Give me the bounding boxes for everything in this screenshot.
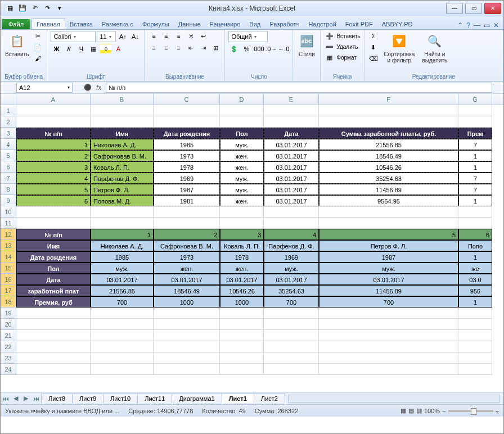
cell[interactable] (154, 319, 220, 330)
table-cell[interactable]: 9564.95 (319, 195, 458, 206)
view-layout-icon[interactable]: ▤ (408, 407, 414, 414)
underline-button[interactable]: Ч (75, 44, 87, 54)
sort-filter-button[interactable]: 🔽 Сортировка и фильтр (381, 31, 417, 65)
table-cell[interactable]: 03.01.2017 (264, 161, 319, 173)
clear-button[interactable]: ⌫ (368, 53, 379, 64)
next-sheet-button[interactable]: ▶ (21, 395, 31, 402)
table-cell[interactable]: 1985 (154, 139, 220, 150)
align-top-button[interactable]: ≡ (148, 31, 159, 41)
table-cell[interactable]: 700 (264, 296, 319, 308)
cell[interactable] (319, 352, 458, 364)
cell[interactable] (319, 330, 458, 341)
tab-foxit[interactable]: Foxit PDF (341, 19, 377, 29)
window-close-icon[interactable]: ✕ (493, 21, 499, 29)
currency-button[interactable]: 💲 (228, 44, 240, 54)
wrap-text-button[interactable]: ↩ (197, 31, 209, 41)
table-cell[interactable]: Коваль Л. П. (220, 240, 264, 251)
sheet-tab[interactable]: Лист10 (103, 394, 138, 403)
cell[interactable] (458, 364, 492, 375)
cell[interactable] (91, 218, 154, 229)
cell[interactable] (91, 341, 154, 352)
table-cell[interactable]: 7 (458, 173, 492, 184)
table-cell[interactable]: 03.01.2017 (91, 274, 154, 285)
cell[interactable] (264, 105, 319, 116)
table-cell[interactable]: 1973 (154, 251, 220, 263)
first-sheet-button[interactable]: ⏮ (1, 395, 11, 402)
undo-button[interactable]: ↶ (30, 3, 40, 13)
col-header[interactable]: C (154, 94, 220, 105)
cell[interactable] (91, 105, 154, 116)
table-cell[interactable]: 03.01.2017 (264, 184, 319, 195)
tab-formulas[interactable]: Формулы (138, 19, 174, 29)
table-cell[interactable]: 35254.63 (264, 285, 319, 296)
cell[interactable] (154, 218, 220, 229)
cell[interactable] (154, 341, 220, 352)
row-header[interactable]: 6 (1, 161, 16, 173)
table-cell[interactable]: Николаев А. Д. (91, 240, 154, 251)
table-cell[interactable]: муж. (220, 173, 264, 184)
select-all-corner[interactable] (1, 94, 16, 105)
cell[interactable] (91, 352, 154, 364)
row-header[interactable]: 17 (1, 285, 16, 296)
format-cells-button[interactable]: ▦ (324, 52, 335, 62)
cell[interactable] (16, 352, 91, 364)
table-cell[interactable]: 11456.89 (319, 285, 458, 296)
col-header[interactable]: G (458, 94, 492, 105)
col-header[interactable]: B (91, 94, 154, 105)
table-cell[interactable]: 1 (458, 296, 492, 308)
table-header[interactable]: Прем (458, 128, 492, 139)
tab-review[interactable]: Рецензиро (205, 19, 245, 29)
cell[interactable] (264, 319, 319, 330)
table-cell[interactable]: 11456.89 (319, 184, 458, 195)
table-cell[interactable]: 03.01.2017 (264, 173, 319, 184)
table-cell[interactable]: 1987 (154, 184, 220, 195)
table-cell[interactable]: 18546.49 (319, 150, 458, 161)
tab-layout[interactable]: Разметка с (97, 19, 138, 29)
table-cell[interactable]: Николаев А. Д. (91, 139, 154, 150)
row-header[interactable]: 3 (1, 128, 16, 139)
row-header[interactable]: 2 (1, 116, 16, 128)
table-cell[interactable]: 956 (458, 285, 492, 296)
cell[interactable] (91, 364, 154, 375)
table-cell[interactable]: 10546.26 (319, 161, 458, 173)
cell[interactable] (154, 116, 220, 128)
table-cell[interactable]: 03.01.2017 (220, 274, 264, 285)
table-cell[interactable]: 18546.49 (154, 285, 220, 296)
bold-button[interactable]: Ж (51, 44, 62, 54)
row-header[interactable]: 11 (1, 218, 16, 229)
table-cell[interactable]: Петров Ф. Л. (91, 184, 154, 195)
table-cell[interactable]: Сафроновав В. М. (154, 240, 220, 251)
table-cell[interactable]: Сафроновав В. М. (91, 150, 154, 161)
table-cell[interactable]: 1985 (91, 251, 154, 263)
row-header[interactable]: 8 (1, 184, 16, 195)
cell[interactable] (264, 330, 319, 341)
row-header[interactable]: 22 (1, 341, 16, 352)
table-cell[interactable]: 6 (16, 195, 91, 206)
cell[interactable] (16, 330, 91, 341)
row-header[interactable]: 21 (1, 330, 16, 341)
row-header[interactable]: 5 (1, 150, 16, 161)
table-header[interactable]: Дата рождения (154, 128, 220, 139)
fill-color-button[interactable]: ◊ (100, 44, 111, 54)
save-button[interactable]: 💾 (17, 3, 28, 13)
tab-insert[interactable]: Вставка (65, 19, 97, 29)
table-cell[interactable]: 1969 (264, 251, 319, 263)
table-cell[interactable]: муж. (220, 139, 264, 150)
table-cell[interactable]: муж. (220, 184, 264, 195)
cut-button[interactable]: ✂ (32, 31, 43, 41)
close-button[interactable]: ✕ (484, 3, 501, 14)
table-cell[interactable]: муж. (264, 263, 319, 274)
cell[interactable] (319, 206, 458, 218)
table-cell[interactable]: Коваль Л. П. (91, 161, 154, 173)
cell[interactable] (91, 206, 154, 218)
align-middle-button[interactable]: ≡ (160, 31, 172, 41)
orientation-button[interactable]: ⤮ (185, 31, 196, 41)
cell[interactable] (264, 218, 319, 229)
table-cell[interactable]: 7 (458, 184, 492, 195)
table-cell[interactable]: муж. (91, 263, 154, 274)
cell[interactable] (319, 218, 458, 229)
cell[interactable] (220, 330, 264, 341)
table-row-header[interactable]: Пол (16, 263, 91, 274)
cell[interactable] (458, 206, 492, 218)
table-cell[interactable]: 2 (154, 229, 220, 240)
